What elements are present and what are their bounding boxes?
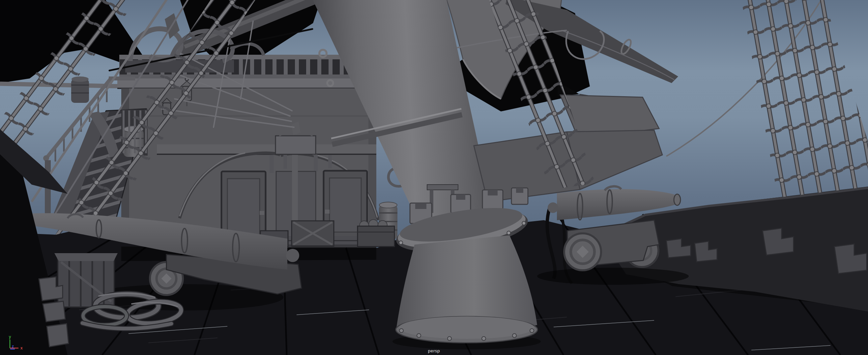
z-axis-label: z (12, 344, 14, 349)
maya-3d-viewport[interactable]: persp y x z (0, 0, 868, 355)
camera-name-label: persp (428, 348, 440, 353)
mast-base[interactable] (393, 188, 541, 349)
crate-x-braced[interactable] (292, 221, 334, 246)
y-axis-label: y (9, 334, 11, 339)
x-axis-label: x (21, 346, 23, 350)
